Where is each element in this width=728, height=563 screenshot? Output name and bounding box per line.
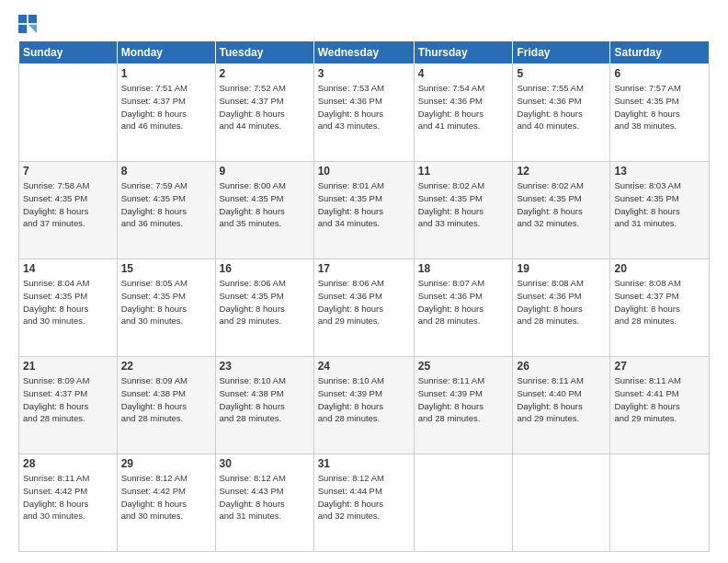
day-info: Sunrise: 8:06 AM Sunset: 4:35 PM Dayligh…: [220, 277, 310, 327]
day-info: Sunrise: 7:52 AM Sunset: 4:37 PM Dayligh…: [220, 82, 310, 132]
calendar-cell: 22Sunrise: 8:09 AM Sunset: 4:38 PM Dayli…: [117, 357, 215, 454]
weekday-header: Saturday: [610, 41, 710, 64]
calendar-cell: [513, 454, 610, 552]
calendar-week-row: 21Sunrise: 8:09 AM Sunset: 4:37 PM Dayli…: [19, 357, 710, 454]
svg-marker-3: [28, 25, 37, 33]
weekday-header: Thursday: [414, 41, 513, 64]
day-number: 22: [121, 360, 211, 373]
day-info: Sunrise: 8:04 AM Sunset: 4:35 PM Dayligh…: [23, 277, 113, 327]
day-info: Sunrise: 8:10 AM Sunset: 4:39 PM Dayligh…: [318, 374, 410, 425]
day-info: Sunrise: 8:03 AM Sunset: 4:35 PM Dayligh…: [614, 179, 705, 230]
calendar-cell: [610, 454, 710, 552]
day-number: 29: [121, 457, 211, 470]
calendar-cell: 31Sunrise: 8:12 AM Sunset: 4:44 PM Dayli…: [313, 454, 414, 552]
day-number: 7: [23, 165, 113, 178]
calendar-cell: 21Sunrise: 8:09 AM Sunset: 4:37 PM Dayli…: [19, 357, 118, 454]
day-info: Sunrise: 7:59 AM Sunset: 4:35 PM Dayligh…: [121, 179, 211, 230]
calendar-cell: 12Sunrise: 8:02 AM Sunset: 4:35 PM Dayli…: [513, 162, 610, 259]
day-info: Sunrise: 8:11 AM Sunset: 4:40 PM Dayligh…: [517, 374, 606, 425]
calendar-week-row: 1Sunrise: 7:51 AM Sunset: 4:37 PM Daylig…: [19, 64, 710, 162]
weekday-header: Wednesday: [313, 41, 414, 64]
calendar-cell: 27Sunrise: 8:11 AM Sunset: 4:41 PM Dayli…: [610, 357, 710, 454]
header: [18, 15, 710, 33]
weekday-header: Monday: [117, 41, 215, 64]
calendar-cell: 20Sunrise: 8:08 AM Sunset: 4:37 PM Dayli…: [610, 259, 710, 357]
calendar-cell: 16Sunrise: 8:06 AM Sunset: 4:35 PM Dayli…: [215, 259, 313, 357]
calendar-cell: 24Sunrise: 8:10 AM Sunset: 4:39 PM Dayli…: [313, 357, 414, 454]
svg-rect-1: [28, 15, 37, 23]
day-info: Sunrise: 8:11 AM Sunset: 4:41 PM Dayligh…: [614, 374, 705, 425]
day-number: 28: [23, 457, 113, 470]
day-info: Sunrise: 8:10 AM Sunset: 4:38 PM Dayligh…: [220, 374, 310, 425]
svg-rect-0: [18, 15, 27, 23]
day-info: Sunrise: 8:08 AM Sunset: 4:37 PM Dayligh…: [614, 277, 705, 327]
day-info: Sunrise: 8:01 AM Sunset: 4:35 PM Dayligh…: [318, 179, 410, 230]
calendar-cell: 7Sunrise: 7:58 AM Sunset: 4:35 PM Daylig…: [19, 162, 118, 259]
day-number: 15: [121, 262, 211, 275]
page: SundayMondayTuesdayWednesdayThursdayFrid…: [0, 0, 728, 563]
day-info: Sunrise: 7:51 AM Sunset: 4:37 PM Dayligh…: [121, 82, 211, 132]
calendar-cell: 17Sunrise: 8:06 AM Sunset: 4:36 PM Dayli…: [313, 259, 414, 357]
day-info: Sunrise: 7:54 AM Sunset: 4:36 PM Dayligh…: [418, 82, 509, 132]
day-info: Sunrise: 7:53 AM Sunset: 4:36 PM Dayligh…: [318, 82, 410, 132]
calendar-cell: 4Sunrise: 7:54 AM Sunset: 4:36 PM Daylig…: [414, 64, 513, 162]
day-info: Sunrise: 8:00 AM Sunset: 4:35 PM Dayligh…: [220, 179, 310, 230]
day-number: 6: [614, 67, 705, 80]
day-info: Sunrise: 8:07 AM Sunset: 4:36 PM Dayligh…: [418, 277, 509, 327]
day-number: 27: [614, 360, 705, 373]
calendar-week-row: 28Sunrise: 8:11 AM Sunset: 4:42 PM Dayli…: [19, 454, 710, 552]
day-number: 16: [220, 262, 310, 275]
day-number: 11: [418, 165, 509, 178]
calendar-cell: 23Sunrise: 8:10 AM Sunset: 4:38 PM Dayli…: [215, 357, 313, 454]
day-number: 17: [318, 262, 410, 275]
day-info: Sunrise: 8:08 AM Sunset: 4:36 PM Dayligh…: [517, 277, 606, 327]
day-info: Sunrise: 7:57 AM Sunset: 4:35 PM Dayligh…: [614, 82, 705, 132]
calendar-cell: 1Sunrise: 7:51 AM Sunset: 4:37 PM Daylig…: [117, 64, 215, 162]
day-number: 9: [220, 165, 310, 178]
day-number: 5: [517, 67, 606, 80]
logo-icon: [18, 15, 37, 33]
calendar-header-row: SundayMondayTuesdayWednesdayThursdayFrid…: [19, 41, 710, 64]
day-number: 3: [318, 67, 410, 80]
day-info: Sunrise: 7:55 AM Sunset: 4:36 PM Dayligh…: [517, 82, 606, 132]
calendar-cell: 18Sunrise: 8:07 AM Sunset: 4:36 PM Dayli…: [414, 259, 513, 357]
calendar-cell: 9Sunrise: 8:00 AM Sunset: 4:35 PM Daylig…: [215, 162, 313, 259]
day-info: Sunrise: 8:02 AM Sunset: 4:35 PM Dayligh…: [517, 179, 606, 230]
day-number: 20: [614, 262, 705, 275]
calendar-table: SundayMondayTuesdayWednesdayThursdayFrid…: [18, 40, 710, 552]
day-number: 13: [614, 165, 705, 178]
day-info: Sunrise: 8:12 AM Sunset: 4:43 PM Dayligh…: [220, 472, 310, 523]
calendar-body: 1Sunrise: 7:51 AM Sunset: 4:37 PM Daylig…: [19, 64, 710, 552]
logo: [18, 15, 40, 33]
day-info: Sunrise: 8:09 AM Sunset: 4:37 PM Dayligh…: [23, 374, 113, 425]
day-number: 26: [517, 360, 606, 373]
day-number: 24: [318, 360, 410, 373]
day-info: Sunrise: 8:12 AM Sunset: 4:44 PM Dayligh…: [318, 472, 410, 523]
day-number: 8: [121, 165, 211, 178]
day-number: 14: [23, 262, 113, 275]
calendar-week-row: 7Sunrise: 7:58 AM Sunset: 4:35 PM Daylig…: [19, 162, 710, 259]
calendar-cell: [19, 64, 118, 162]
day-info: Sunrise: 8:11 AM Sunset: 4:39 PM Dayligh…: [418, 374, 509, 425]
day-number: 10: [318, 165, 410, 178]
day-info: Sunrise: 8:02 AM Sunset: 4:35 PM Dayligh…: [418, 179, 509, 230]
calendar-cell: 19Sunrise: 8:08 AM Sunset: 4:36 PM Dayli…: [513, 259, 610, 357]
day-number: 23: [220, 360, 310, 373]
day-info: Sunrise: 8:11 AM Sunset: 4:42 PM Dayligh…: [23, 472, 113, 523]
calendar-cell: 26Sunrise: 8:11 AM Sunset: 4:40 PM Dayli…: [513, 357, 610, 454]
day-number: 18: [418, 262, 509, 275]
calendar-cell: 3Sunrise: 7:53 AM Sunset: 4:36 PM Daylig…: [313, 64, 414, 162]
day-info: Sunrise: 8:05 AM Sunset: 4:35 PM Dayligh…: [121, 277, 211, 327]
day-number: 30: [220, 457, 310, 470]
day-number: 31: [318, 457, 410, 470]
day-number: 4: [418, 67, 509, 80]
calendar-cell: 29Sunrise: 8:12 AM Sunset: 4:42 PM Dayli…: [117, 454, 215, 552]
calendar-cell: 5Sunrise: 7:55 AM Sunset: 4:36 PM Daylig…: [513, 64, 610, 162]
calendar-cell: 15Sunrise: 8:05 AM Sunset: 4:35 PM Dayli…: [117, 259, 215, 357]
day-number: 12: [517, 165, 606, 178]
calendar-cell: 10Sunrise: 8:01 AM Sunset: 4:35 PM Dayli…: [313, 162, 414, 259]
calendar-cell: 8Sunrise: 7:59 AM Sunset: 4:35 PM Daylig…: [117, 162, 215, 259]
day-info: Sunrise: 7:58 AM Sunset: 4:35 PM Dayligh…: [23, 179, 113, 230]
day-number: 21: [23, 360, 113, 373]
day-info: Sunrise: 8:12 AM Sunset: 4:42 PM Dayligh…: [121, 472, 211, 523]
